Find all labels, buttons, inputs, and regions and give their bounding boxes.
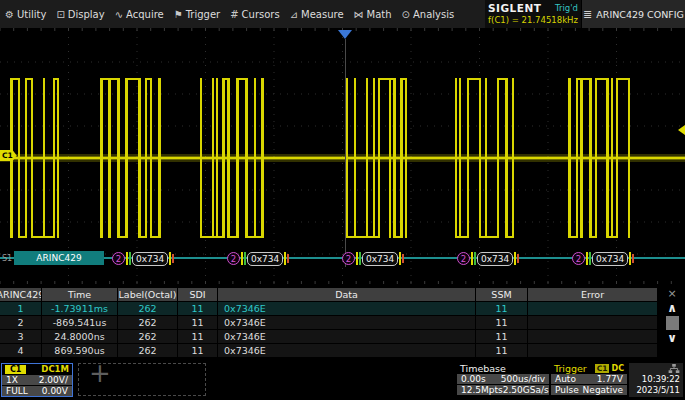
trigger-title: Trigger (554, 363, 587, 374)
table-cell (528, 330, 658, 344)
menu-item-label: Utility (17, 9, 46, 20)
menu-item-analysis[interactable]: ⊙Analysis (397, 0, 460, 28)
table-cell: 11 (476, 316, 528, 330)
label-field-bubble: 2 (457, 252, 470, 265)
menu-item-display[interactable]: ⊡Display (51, 0, 109, 28)
display-icon: ⊡ (56, 9, 64, 20)
decode-word-bubble: 20x734 (457, 251, 519, 266)
menu-item-utility[interactable]: ⚙Utility (0, 0, 51, 28)
column-header-label-octal-: Label(Octal) (118, 288, 178, 302)
table-cell (528, 302, 658, 316)
waveform-plot (0, 28, 685, 286)
table-cell: 2 (0, 316, 42, 330)
plus-icon: + (89, 358, 111, 388)
decode-word-bubble: 20x734 (342, 251, 404, 266)
table-cell: 1 (0, 302, 42, 316)
table-cell: 0x7346E (218, 344, 476, 358)
clock-box[interactable]: 10:39:22 2023/5/11 (629, 363, 683, 397)
trigger-slope: Negative (583, 385, 623, 395)
column-header-arinc429: ARINC429 (0, 288, 42, 302)
table-cell: 262 (118, 344, 178, 358)
menu-item-label: Trigger (186, 9, 221, 20)
word-end-tick (287, 254, 289, 263)
menu-item-cursors[interactable]: #Cursors (225, 0, 284, 28)
data-field-bubble: 0x734 (477, 252, 513, 266)
decode-bus-row: S1 ARINC429 20x73420x73420x73420x73420x7… (0, 250, 685, 268)
menu-item-label: Math (367, 9, 392, 20)
table-cell: 869.590us (42, 344, 118, 358)
sdi-field-bar (244, 252, 246, 265)
trigger-box[interactable]: Trigger C1 DC Auto 1.77V Pulse Negative (551, 363, 627, 397)
table-body: 1-1.73911ms262110x7346E112-869.541us2621… (0, 302, 685, 358)
column-header-error: Error (528, 288, 658, 302)
channel1-bandwidth: FULL (6, 386, 28, 396)
word-end-tick (632, 254, 634, 263)
data-field-bubble: 0x734 (362, 252, 398, 266)
bus-id-label: S1 (2, 254, 12, 263)
truncation-bar (284, 252, 286, 265)
analysis-icon: ⊙ (402, 9, 410, 20)
bus-name-label[interactable]: ARINC429 (14, 251, 104, 265)
truncation-bar (471, 252, 473, 265)
truncation-bar (356, 252, 358, 265)
sdi-field-bar (129, 252, 131, 265)
table-cell: 0x7346E (218, 302, 476, 316)
clock-date: 2023/5/11 (636, 385, 680, 396)
truncation-bar (399, 252, 401, 265)
cursors-icon: # (230, 9, 238, 20)
decode-result-table: ARINC429TimeLabel(Octal)SDIDataSSMError … (0, 288, 685, 358)
data-field-bubble: 0x734 (592, 252, 628, 266)
arinc429-config-button[interactable]: ≣ ARINC429 CONFIG (581, 0, 685, 28)
status-bar: C1 DC1M 1X 2.00V/ FULL 0.00V + Timebase … (0, 360, 685, 400)
table-cell (528, 344, 658, 358)
math-icon: ⋈ (354, 9, 364, 20)
menu-item-math[interactable]: ⋈Math (349, 0, 397, 28)
column-header-ssm: SSM (476, 288, 528, 302)
scrollbar-thumb[interactable] (666, 316, 679, 330)
menu-item-acquire[interactable]: ∿Acquire (110, 0, 169, 28)
label-field-bubble: 2 (112, 252, 125, 265)
table-cell: -869.541us (42, 316, 118, 330)
waveform-display[interactable]: C1 S1 ARINC429 20x73420x73420x73420x7342… (0, 28, 685, 286)
acquire-icon: ∿ (115, 9, 123, 20)
close-icon[interactable]: × (667, 288, 676, 300)
timebase-box[interactable]: Timebase 0.00s 500us/div 12.5Mpts 2.50GS… (457, 363, 549, 397)
truncation-bar (241, 252, 243, 265)
menu-item-measure[interactable]: ⊿Measure (285, 0, 349, 28)
trigger-position-line (345, 39, 346, 267)
menu-item-label: Cursors (242, 9, 280, 20)
trigger-icon: ⚑ (174, 9, 183, 20)
sdi-field-bar (474, 252, 476, 265)
channel1-coupling: DC1M (41, 364, 69, 374)
table-row[interactable]: 4869.590us262110x7346E11 (0, 344, 685, 358)
table-cell (528, 316, 658, 330)
table-cell: 24.8000ns (42, 330, 118, 344)
channel1-box[interactable]: C1 DC1M 1X 2.00V/ FULL 0.00V (1, 363, 73, 397)
add-channel-button[interactable]: + (78, 363, 206, 396)
menu-item-trigger[interactable]: ⚑Trigger (169, 0, 225, 28)
top-menu-bar: ⚙Utility⊡Display∿Acquire⚑Trigger#Cursors… (0, 0, 685, 28)
scroll-down-icon[interactable]: ∨ (667, 330, 677, 346)
timebase-scale: 500us/div (501, 374, 545, 384)
utility-icon: ⚙ (5, 9, 14, 20)
timebase-title: Timebase (460, 363, 506, 374)
truncation-bar (126, 252, 128, 265)
scroll-up-icon[interactable]: ∧ (667, 300, 677, 316)
table-cell: 3 (0, 330, 42, 344)
menu-item-label: Display (68, 9, 105, 20)
table-cell: 4 (0, 344, 42, 358)
label-field-bubble: 2 (227, 252, 240, 265)
truncation-bar (629, 252, 631, 265)
frequency-readout: f(C1) = 21.74518kHz (488, 15, 578, 25)
table-header-row: ARINC429TimeLabel(Octal)SDIDataSSMError (0, 288, 685, 302)
trigger-position-marker[interactable] (338, 30, 352, 39)
table-row[interactable]: 324.8000ns262110x7346E11 (0, 330, 685, 344)
data-field-bubble: 0x734 (132, 252, 168, 266)
table-scroll-rail: × ∧ ∨ (659, 288, 685, 358)
config-button-label: ARINC429 CONFIG (596, 9, 684, 20)
table-cell: 11 (476, 344, 528, 358)
table-row[interactable]: 2-869.541us262110x7346E11 (0, 316, 685, 330)
table-row[interactable]: 1-1.73911ms262110x7346E11 (0, 302, 685, 316)
channel1-badge: C1 (5, 365, 26, 374)
trigger-level-marker[interactable] (678, 125, 685, 135)
